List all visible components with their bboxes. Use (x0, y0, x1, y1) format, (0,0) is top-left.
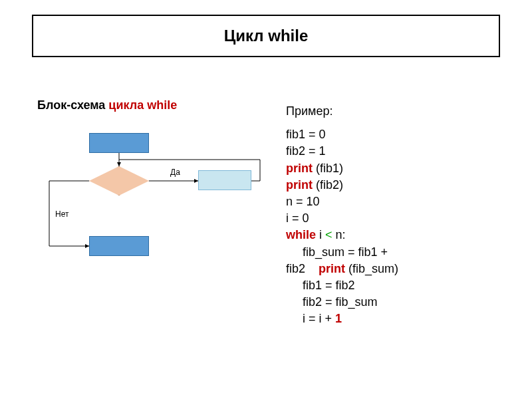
flowchart-body-rect (198, 170, 251, 190)
flowchart-decision (89, 166, 149, 196)
code-line: fib2 print (fib_sum) (286, 261, 505, 277)
subtitle-red: цикла while (108, 98, 177, 112)
flowchart: Да Нет (37, 133, 263, 266)
subtitle: Блок-схема цикла while (37, 98, 177, 112)
code-line: fib2 = 1 (286, 143, 505, 160)
flowchart-end-rect (89, 236, 149, 256)
code-line: fib1 = fib2 (286, 277, 505, 294)
code-line: while i < n: (286, 227, 505, 243)
code-line: n = 10 (286, 194, 505, 210)
code-block: fib1 = 0fib2 = 1print (fib1)print (fib2)… (286, 126, 505, 327)
flowchart-no-label: Нет (55, 209, 68, 219)
code-line: print (fib1) (286, 160, 505, 177)
code-line: fib_sum = fib1 + (286, 244, 505, 261)
flowchart-lines (37, 133, 263, 266)
code-line: fib2 = fib_sum (286, 294, 505, 311)
code-line: fib1 = 0 (286, 126, 505, 143)
flowchart-start-rect (89, 133, 149, 153)
title-box: Цикл while (32, 15, 500, 57)
example-title: Пример: (286, 103, 505, 120)
code-line: i = 0 (286, 210, 505, 227)
page-title: Цикл while (224, 27, 309, 45)
code-line: i = i + 1 (286, 311, 505, 327)
flowchart-yes-label: Да (170, 168, 180, 177)
code-line: print (fib2) (286, 177, 505, 194)
example-section: Пример: fib1 = 0fib2 = 1print (fib1)prin… (286, 103, 505, 327)
subtitle-black: Блок-схема (37, 98, 108, 112)
